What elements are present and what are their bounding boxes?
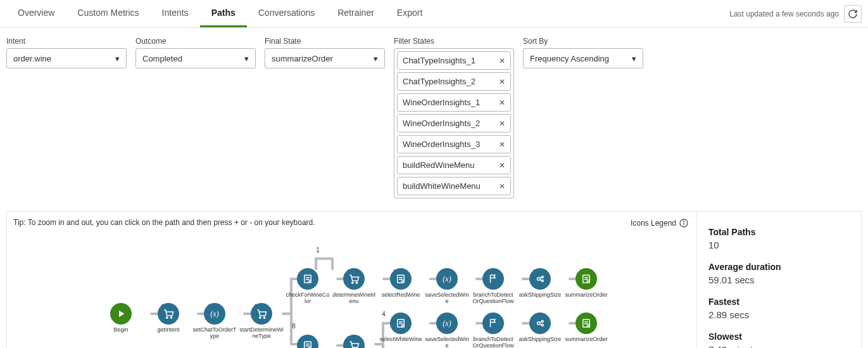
- chip-label: WineOrderInsights_3: [403, 139, 480, 149]
- tab-intents[interactable]: Intents: [151, 0, 200, 27]
- svg-point-10: [352, 282, 353, 283]
- refresh-icon: [848, 9, 858, 19]
- filter-state-chip[interactable]: ChatTypeInsights_2✕: [397, 72, 511, 91]
- flow-node-checkForWineColor1[interactable]: checkForWineColor: [286, 268, 330, 305]
- svg-point-5: [260, 317, 261, 318]
- caret-down-icon: ▾: [115, 54, 120, 63]
- canvas-stats-wrap: Tip: To zoom in and out, you can click o…: [6, 211, 862, 348]
- flow-connector: [315, 257, 332, 260]
- flow-node-summarize2[interactable]: summarizeOrder: [564, 313, 608, 343]
- flow-node-saveSelectedWine2[interactable]: (x)saveSelectedWine: [425, 313, 469, 348]
- final-state-select[interactable]: summarizeOrder ▾: [265, 48, 385, 68]
- flow-node-label: askShippingSize: [519, 337, 562, 343]
- flow-node-determineWineMenu2[interactable]: determineWineMenu: [332, 335, 376, 348]
- flow-node-label: startDetermineWineType: [239, 327, 284, 340]
- flow-node-label: saveSelectedWine: [425, 292, 469, 305]
- icons-legend[interactable]: Icons Legend: [631, 218, 689, 228]
- chip-remove-icon[interactable]: ✕: [499, 140, 505, 149]
- flow-node-label: checkForWineColor: [286, 292, 330, 305]
- flow-node-determineWineMenu1[interactable]: determineWineMenu: [332, 268, 376, 305]
- svg-point-3: [167, 317, 168, 318]
- stat-label: Total Paths: [708, 227, 850, 237]
- flow-node-selectRedWine1[interactable]: selectRedWine: [379, 268, 423, 299]
- tab-custom-metrics[interactable]: Custom Metrics: [66, 0, 150, 27]
- paths-canvas[interactable]: Tip: To zoom in and out, you can click o…: [7, 212, 696, 348]
- form-icon: [297, 268, 318, 290]
- filter-sort-by: Sort By Frequency Ascending ▾: [523, 37, 643, 68]
- flow-node-startDetermineWineType[interactable]: startDetermineWineType: [239, 303, 284, 340]
- tab-export[interactable]: Export: [386, 0, 434, 27]
- flow-edge-label: 8: [292, 323, 296, 330]
- flow-node-askShippingSize1[interactable]: askShippingSize: [518, 268, 562, 299]
- flow-node-label: selectRedWine: [382, 292, 420, 299]
- flag-icon: [482, 313, 504, 334]
- flow-node-checkForWineColor2[interactable]: checkForWineColor: [286, 335, 330, 348]
- ship-icon: [529, 268, 551, 290]
- fx-icon: (x): [436, 268, 458, 290]
- flag-icon: [482, 268, 504, 290]
- chip-remove-icon[interactable]: ✕: [499, 77, 505, 86]
- flow-edge-label: 1: [316, 247, 320, 254]
- form-icon: [390, 313, 412, 334]
- flow-node-label: Begin: [113, 327, 128, 333]
- flow-node-getIntent[interactable]: getIntent: [146, 303, 191, 333]
- refresh-button[interactable]: [844, 5, 862, 23]
- cart-icon: [158, 303, 179, 325]
- svg-point-4: [170, 317, 172, 318]
- svg-point-15: [538, 278, 541, 281]
- outcome-select[interactable]: Completed ▾: [135, 48, 256, 68]
- flow-node-label: determineWineMenu: [332, 292, 376, 305]
- svg-line-19: [540, 280, 542, 281]
- filter-state-chip[interactable]: buildRedWineMenu✕: [397, 156, 511, 174]
- flow-node-branch1[interactable]: branchToDetectOrQuestionFlow: [471, 268, 515, 305]
- stat-label: Slowest: [708, 332, 850, 342]
- chip-remove-icon[interactable]: ✕: [499, 182, 505, 191]
- cart-icon: [343, 268, 365, 290]
- form-icon: [576, 313, 597, 334]
- intent-value: order.wine: [13, 54, 51, 63]
- filter-states-chips[interactable]: ChatTypeInsights_1✕ChatTypeInsights_2✕Wi…: [394, 48, 514, 198]
- fx-icon: (x): [204, 303, 225, 325]
- filter-state-chip[interactable]: WineOrderInsights_1✕: [397, 93, 511, 112]
- tabs-bar: OverviewCustom MetricsIntentsPathsConver…: [0, 0, 868, 28]
- stat-label: Average duration: [708, 262, 850, 272]
- chip-remove-icon[interactable]: ✕: [499, 56, 505, 65]
- flow-node-label: askShippingSize: [519, 292, 562, 299]
- flow-node-label: branchToDetectOrQuestionFlow: [471, 292, 515, 305]
- flow-node-askShippingSize2[interactable]: askShippingSize: [518, 313, 562, 343]
- filter-final-state: Final State summarizeOrder ▾: [265, 37, 385, 68]
- flow-node-saveSelectedWine1[interactable]: (x)saveSelectedWine: [425, 268, 469, 305]
- caret-down-icon: ▾: [632, 54, 636, 63]
- tab-conversations[interactable]: Conversations: [247, 0, 327, 27]
- stat-fastest: Fastest 2.89 secs: [708, 297, 850, 320]
- flow-node-begin[interactable]: Begin: [99, 303, 143, 333]
- chip-remove-icon[interactable]: ✕: [499, 98, 505, 107]
- chip-remove-icon[interactable]: ✕: [499, 161, 505, 170]
- filter-state-chip[interactable]: WineOrderInsights_3✕: [397, 135, 511, 153]
- flow-node-label: branchToDetectOrQuestionFlow: [471, 337, 515, 348]
- tab-overview[interactable]: Overview: [6, 0, 66, 27]
- caret-down-icon: ▾: [244, 54, 249, 63]
- flow-node-label: summarizeOrder: [565, 337, 607, 343]
- flow-diagram[interactable]: 9991111118444444441844BegingetIntent(x)s…: [13, 246, 690, 348]
- flow-node-summarize1[interactable]: summarizeOrder: [564, 268, 608, 299]
- chip-remove-icon[interactable]: ✕: [499, 119, 505, 128]
- flow-node-branch2[interactable]: branchToDetectOrQuestionFlow: [471, 313, 515, 348]
- sort-by-select[interactable]: Frequency Ascending ▾: [523, 48, 643, 68]
- stat-slowest: Slowest 7.43 minutes: [708, 332, 850, 348]
- filter-state-chip[interactable]: WineOrderInsights_2✕: [397, 114, 511, 132]
- stat-value: 10: [708, 240, 850, 250]
- flow-node-selectWhiteWine[interactable]: selectWhiteWine: [379, 313, 423, 343]
- filter-outcome-label: Outcome: [135, 37, 256, 46]
- intent-select[interactable]: order.wine ▾: [6, 48, 127, 68]
- icons-legend-label: Icons Legend: [631, 219, 676, 228]
- tab-paths[interactable]: Paths: [200, 0, 247, 27]
- svg-point-31: [538, 322, 541, 325]
- flow-node-label: selectWhiteWine: [379, 337, 422, 343]
- tab-retrainer[interactable]: Retrainer: [326, 0, 386, 27]
- filter-state-chip[interactable]: ChatTypeInsights_1✕: [397, 51, 511, 70]
- filter-state-chip[interactable]: buildWhiteWineMenu✕: [397, 177, 511, 195]
- flow-node-label: summarizeOrder: [565, 292, 607, 299]
- stat-value: 2.89 secs: [708, 309, 850, 320]
- flow-node-setChatToOrderType[interactable]: (x)setChatToOrderType: [192, 303, 237, 340]
